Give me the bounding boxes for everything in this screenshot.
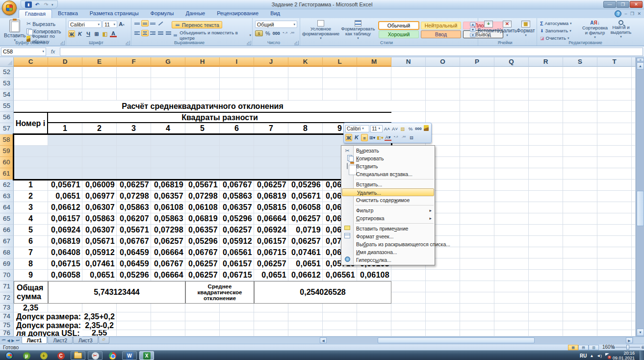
cell-J70[interactable]: 0,0651 bbox=[254, 270, 288, 281]
cell-U68[interactable] bbox=[632, 247, 636, 258]
column-header-G[interactable]: G bbox=[151, 57, 185, 67]
cell-S66[interactable] bbox=[563, 225, 597, 236]
cell-K70[interactable]: 0,06612 bbox=[288, 270, 323, 281]
cell-S68[interactable] bbox=[563, 247, 597, 258]
decrease-indent-icon[interactable] bbox=[157, 30, 164, 36]
cell-U73[interactable] bbox=[632, 304, 636, 312]
cell-I67[interactable]: 0,05912 bbox=[220, 236, 254, 247]
language-indicator[interactable]: RU bbox=[580, 353, 587, 359]
row-header-53[interactable]: 53 bbox=[0, 78, 14, 89]
cell-R65[interactable] bbox=[529, 213, 563, 225]
cell-L70[interactable]: 0,06561 bbox=[323, 270, 357, 281]
cell-H57[interactable]: 5 bbox=[185, 123, 220, 134]
cell-P52[interactable] bbox=[460, 67, 494, 78]
cell-Q69[interactable] bbox=[494, 258, 529, 270]
select-all-corner[interactable] bbox=[0, 57, 14, 67]
cell-E67[interactable]: 0,05671 bbox=[82, 236, 117, 247]
cell-L73[interactable] bbox=[323, 304, 357, 312]
cell-E63[interactable]: 0,06977 bbox=[82, 191, 117, 202]
cell-T54[interactable] bbox=[597, 89, 632, 101]
zoom-out-icon[interactable]: ⊖ bbox=[611, 345, 615, 350]
cell-K62[interactable]: 0,05296 bbox=[288, 180, 323, 191]
cell-Q70[interactable] bbox=[494, 270, 529, 281]
cell-M75[interactable] bbox=[357, 321, 391, 330]
workbook-window-controls[interactable]: – ❐ ✕ bbox=[624, 11, 642, 16]
hidden-icons-arrow-icon[interactable]: ▲ bbox=[590, 354, 593, 358]
row-header-59[interactable]: 59 bbox=[0, 146, 14, 157]
cell-D68[interactable]: 0,06408 bbox=[48, 247, 82, 258]
cell-S55[interactable] bbox=[563, 101, 597, 112]
cell-O52[interactable] bbox=[426, 67, 460, 78]
cell-L54[interactable] bbox=[323, 89, 357, 101]
cell-F74[interactable] bbox=[117, 312, 151, 321]
cell-S60[interactable] bbox=[563, 157, 597, 168]
align-center-icon[interactable] bbox=[141, 30, 149, 36]
cell-T67[interactable] bbox=[597, 236, 632, 247]
grow-font-icon[interactable]: A˄ bbox=[118, 21, 125, 27]
row-header-69[interactable]: 69 bbox=[0, 258, 14, 270]
merged-cell-D56[interactable]: Квадраты разности bbox=[48, 112, 391, 123]
cell-T61[interactable] bbox=[597, 168, 632, 180]
wrap-text-button[interactable]: Перенос текста bbox=[172, 21, 222, 28]
scroll-up-icon[interactable]: ▲ bbox=[637, 62, 644, 70]
cell-T57[interactable] bbox=[597, 123, 632, 134]
menu-item-Имя-диапазона-[interactable]: Имя диапазона... bbox=[341, 248, 435, 256]
cell-P76[interactable] bbox=[460, 330, 494, 336]
cell-T52[interactable] bbox=[597, 67, 632, 78]
sheet-tab-Лист1[interactable]: Лист1 bbox=[22, 337, 48, 344]
cell-H63[interactable]: 0,07298 bbox=[185, 191, 220, 202]
cell-C64[interactable]: 3 bbox=[14, 202, 48, 213]
cell-P68[interactable] bbox=[460, 247, 494, 258]
horizontal-scrollbar[interactable]: ◀ ▶ bbox=[320, 337, 634, 343]
cell-M74[interactable] bbox=[357, 312, 391, 321]
menu-item-Формат-ячеек-[interactable]: Формат ячеек... bbox=[341, 232, 435, 240]
column-header-M[interactable]: M bbox=[357, 57, 391, 67]
cell-N52[interactable] bbox=[391, 67, 426, 78]
cell-N53[interactable] bbox=[391, 78, 426, 89]
cell-N73[interactable] bbox=[391, 304, 426, 312]
mini-italic-button[interactable]: K bbox=[353, 134, 360, 141]
cell-S57[interactable] bbox=[563, 123, 597, 134]
cell-O70[interactable] bbox=[426, 270, 460, 281]
decrease-decimal-icon[interactable]: ·⁰⁰ bbox=[290, 31, 294, 36]
cell-J66[interactable]: 0,06924 bbox=[254, 225, 288, 236]
menu-item-Вставить[interactable]: Вставить bbox=[341, 162, 435, 170]
cell-T62[interactable] bbox=[597, 180, 632, 191]
cell-N70[interactable] bbox=[391, 270, 426, 281]
row-header-60[interactable]: 60 bbox=[0, 157, 14, 168]
show-desktop-button[interactable] bbox=[640, 351, 644, 360]
column-header-S[interactable]: S bbox=[563, 57, 597, 67]
cell-S52[interactable] bbox=[563, 67, 597, 78]
cell-J68[interactable]: 0,06715 bbox=[254, 247, 288, 258]
cell-J52[interactable] bbox=[254, 67, 288, 78]
menu-item-Гиперссылка-[interactable]: Гиперссылка... bbox=[341, 256, 435, 264]
cell-I76[interactable] bbox=[220, 330, 254, 336]
mini-font-color-icon[interactable]: A▾ bbox=[385, 134, 391, 141]
merged-cell-C75[interactable]: Допуск размера: bbox=[14, 321, 82, 330]
cell-K64[interactable]: 0,06058 bbox=[288, 202, 323, 213]
cell-O71[interactable] bbox=[426, 281, 460, 292]
cell-P55[interactable] bbox=[460, 101, 494, 112]
zoom-slider-thumb[interactable] bbox=[626, 345, 629, 350]
cell-G70[interactable]: 0,06664 bbox=[151, 270, 185, 281]
cell-S73[interactable] bbox=[563, 304, 597, 312]
styles-more-icon[interactable]: ▼ bbox=[470, 33, 476, 37]
mini-font-name[interactable]: Calibri▾ bbox=[345, 125, 369, 132]
cell-E69[interactable]: 0,07461 bbox=[82, 258, 117, 270]
mini-merge-icon[interactable]: ⊟ bbox=[408, 134, 415, 141]
formula-input[interactable] bbox=[60, 48, 643, 56]
word-icon[interactable]: W bbox=[122, 351, 137, 360]
column-header-O[interactable]: O bbox=[426, 57, 460, 67]
cell-K54[interactable] bbox=[288, 89, 323, 101]
column-header-H[interactable]: H bbox=[185, 57, 220, 67]
cell-D64[interactable]: 0,06612 bbox=[48, 202, 82, 213]
cell-U76[interactable] bbox=[632, 330, 636, 336]
cell-U55[interactable] bbox=[632, 101, 636, 112]
cell-O56[interactable] bbox=[426, 112, 460, 123]
cell-P72[interactable] bbox=[460, 292, 494, 304]
name-box[interactable]: C58▾ bbox=[1, 48, 46, 56]
delete-cells-button[interactable]: ✕Удалить▾ bbox=[498, 21, 516, 37]
cell-R75[interactable] bbox=[529, 321, 563, 330]
cell-J57[interactable]: 7 bbox=[254, 123, 288, 134]
font-color-icon[interactable]: A bbox=[110, 31, 117, 37]
